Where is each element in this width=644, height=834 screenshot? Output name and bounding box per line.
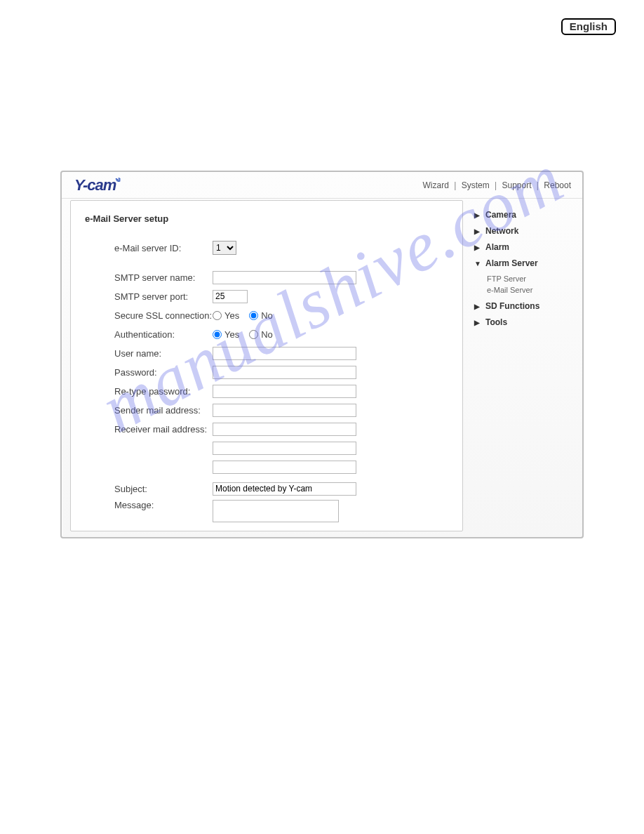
username-label: User name: xyxy=(85,348,213,359)
auth-no-label: No xyxy=(261,329,273,340)
sidebar-item-label: Network xyxy=(485,226,518,236)
page-title: e-Mail Server setup xyxy=(85,213,448,224)
sidebar-item-alarm[interactable]: ▶ Alarm xyxy=(474,242,579,252)
auth-no-radio[interactable] xyxy=(249,330,258,339)
smtp-name-label: SMTP server name: xyxy=(85,272,213,283)
receiver2-input[interactable] xyxy=(213,442,356,455)
ssl-yes-label: Yes xyxy=(224,310,239,321)
logo: Y-cam ༄ xyxy=(74,176,121,194)
receiver1-input[interactable] xyxy=(213,423,356,436)
chevron-right-icon: ▶ xyxy=(474,303,481,310)
subject-input[interactable] xyxy=(213,482,356,496)
password-input[interactable] xyxy=(213,366,356,379)
email-form: e-Mail server ID: 1 SMTP server name: SM… xyxy=(85,239,448,531)
top-nav: Wizard | System | Support | Reboot xyxy=(420,180,574,190)
wifi-icon: ༄ xyxy=(116,176,120,186)
chevron-down-icon: ▼ xyxy=(474,260,481,267)
nav-separator: | xyxy=(495,180,497,190)
ssl-yes-radio[interactable] xyxy=(213,311,222,320)
nav-separator: | xyxy=(454,180,456,190)
auth-label: Authentication: xyxy=(85,329,213,340)
sidebar: ▶ Camera ▶ Network ▶ Alarm ▼ Alarm Serve… xyxy=(463,199,582,537)
chevron-right-icon: ▶ xyxy=(474,319,481,326)
message-label: Message: xyxy=(85,500,213,510)
repassword-input[interactable] xyxy=(213,385,356,398)
sidebar-item-network[interactable]: ▶ Network xyxy=(474,226,579,236)
subject-label: Subject: xyxy=(85,484,213,494)
password-label: Password: xyxy=(85,367,213,378)
sidebar-sub-ftp[interactable]: FTP Server xyxy=(487,274,579,283)
receiver-label: Receiver mail address: xyxy=(85,424,213,435)
sidebar-item-sd[interactable]: ▶ SD Functions xyxy=(474,301,579,311)
smtp-port-label: SMTP server port: xyxy=(85,291,213,302)
username-input[interactable] xyxy=(213,347,356,360)
sidebar-item-label: Camera xyxy=(485,210,516,220)
email-server-id-select[interactable]: 1 xyxy=(213,241,236,255)
chevron-right-icon: ▶ xyxy=(474,227,481,235)
language-badge[interactable]: English xyxy=(561,18,616,35)
nav-separator: | xyxy=(537,180,539,190)
sidebar-item-label: Alarm Server xyxy=(485,258,538,268)
sidebar-item-label: SD Functions xyxy=(485,301,539,311)
ssl-no-radio[interactable] xyxy=(249,311,258,320)
auth-yes-label: Yes xyxy=(224,329,239,340)
sidebar-item-label: Tools xyxy=(485,317,507,327)
receiver3-input[interactable] xyxy=(213,461,356,474)
chevron-right-icon: ▶ xyxy=(474,211,481,219)
email-server-id-label: e-Mail server ID: xyxy=(85,243,213,253)
sidebar-item-label: Alarm xyxy=(485,242,509,252)
chevron-right-icon: ▶ xyxy=(474,244,481,251)
topbar: Y-cam ༄ Wizard | System | Support | Rebo… xyxy=(62,172,582,199)
sidebar-item-tools[interactable]: ▶ Tools xyxy=(474,317,579,327)
message-textarea[interactable] xyxy=(213,500,339,522)
nav-reboot[interactable]: Reboot xyxy=(544,180,571,190)
ssl-no-label: No xyxy=(261,310,273,321)
sender-label: Sender mail address: xyxy=(85,405,213,416)
auth-yes-radio[interactable] xyxy=(213,330,222,339)
repassword-label: Re-type password: xyxy=(85,386,213,397)
smtp-name-input[interactable] xyxy=(213,271,356,284)
admin-panel: Y-cam ༄ Wizard | System | Support | Rebo… xyxy=(60,171,584,538)
sidebar-sub-email[interactable]: e-Mail Server xyxy=(487,286,579,294)
smtp-port-input[interactable] xyxy=(213,290,248,303)
sidebar-item-camera[interactable]: ▶ Camera xyxy=(474,210,579,220)
nav-support[interactable]: Support xyxy=(502,180,531,190)
nav-wizard[interactable]: Wizard xyxy=(422,180,448,190)
sidebar-item-alarm-server[interactable]: ▼ Alarm Server xyxy=(474,258,579,268)
main-content: e-Mail Server setup e-Mail server ID: 1 … xyxy=(70,200,463,531)
logo-text: Y-cam xyxy=(74,176,116,194)
ssl-label: Secure SSL connection: xyxy=(85,310,213,321)
sender-input[interactable] xyxy=(213,404,356,417)
nav-system[interactable]: System xyxy=(462,180,490,190)
